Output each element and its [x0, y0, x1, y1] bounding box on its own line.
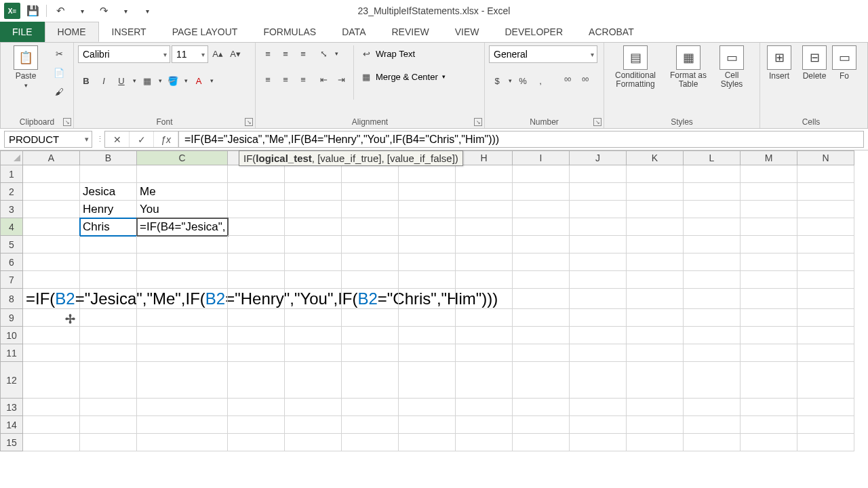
increase-decimal-icon[interactable]: ⁰⁰: [559, 73, 576, 89]
cell[interactable]: [570, 165, 627, 183]
cell[interactable]: [570, 309, 627, 327]
cell[interactable]: [797, 344, 854, 362]
decrease-font-icon[interactable]: A▾: [227, 45, 243, 62]
cell[interactable]: [228, 218, 285, 236]
cell[interactable]: [399, 434, 456, 451]
cell[interactable]: [399, 271, 456, 289]
align-bottom-icon[interactable]: ≡: [295, 45, 311, 62]
cancel-formula-button[interactable]: ✕: [105, 131, 130, 147]
cell[interactable]: [342, 434, 399, 451]
cell[interactable]: [684, 399, 741, 416]
cell[interactable]: [80, 271, 137, 289]
align-middle-icon[interactable]: ≡: [277, 45, 294, 62]
tab-developer[interactable]: DEVELOPER: [492, 22, 576, 42]
cell[interactable]: [570, 434, 627, 451]
cell[interactable]: [513, 236, 570, 253]
cell[interactable]: [228, 362, 285, 399]
cell-C3[interactable]: You: [137, 201, 228, 218]
cell[interactable]: [741, 165, 797, 183]
percent-button[interactable]: %: [515, 73, 531, 89]
cell[interactable]: [684, 309, 741, 327]
number-format-select[interactable]: General: [489, 45, 597, 63]
cell[interactable]: [570, 236, 627, 253]
cell[interactable]: [797, 289, 854, 309]
cell[interactable]: [399, 253, 456, 271]
cell[interactable]: [342, 289, 399, 309]
cell[interactable]: [741, 344, 797, 362]
cell[interactable]: [137, 165, 228, 183]
cell[interactable]: [456, 309, 513, 327]
cell[interactable]: [741, 399, 797, 416]
cell[interactable]: [342, 201, 399, 218]
cell-styles-button[interactable]: ▭ Cell Styles: [714, 45, 749, 89]
cell[interactable]: [456, 218, 513, 236]
cell-B4[interactable]: Chris: [80, 218, 137, 236]
cell[interactable]: [627, 201, 684, 218]
cell[interactable]: [684, 165, 741, 183]
col-header-A[interactable]: A: [23, 150, 80, 165]
font-size-select[interactable]: 11: [172, 45, 208, 63]
row-header-7[interactable]: 7: [0, 271, 23, 289]
dialog-launcher-icon[interactable]: ↘: [63, 118, 71, 126]
cell[interactable]: [797, 165, 854, 183]
cell[interactable]: [228, 416, 285, 434]
cell[interactable]: [342, 165, 399, 183]
cell[interactable]: [399, 218, 456, 236]
cell[interactable]: [285, 218, 342, 236]
dialog-launcher-icon[interactable]: ↘: [474, 118, 482, 126]
row-header-11[interactable]: 11: [0, 344, 23, 362]
cell[interactable]: [570, 327, 627, 344]
qat-customize-icon[interactable]: ▾: [138, 1, 157, 20]
col-header-H[interactable]: H: [456, 150, 513, 165]
cell[interactable]: [570, 362, 627, 399]
cell[interactable]: [684, 344, 741, 362]
cell[interactable]: [23, 236, 80, 253]
cell[interactable]: [80, 344, 137, 362]
undo-dropdown-icon[interactable]: ▾: [73, 1, 92, 20]
dialog-launcher-icon[interactable]: ↘: [245, 118, 253, 126]
cell[interactable]: [228, 399, 285, 416]
cell[interactable]: [684, 236, 741, 253]
tab-page-layout[interactable]: PAGE LAYOUT: [159, 22, 251, 42]
cell[interactable]: [570, 183, 627, 201]
cell[interactable]: [513, 344, 570, 362]
currency-menu-icon[interactable]: ▾: [507, 73, 513, 89]
cell[interactable]: [797, 416, 854, 434]
cell[interactable]: [137, 271, 228, 289]
cell[interactable]: [137, 344, 228, 362]
cell[interactable]: [513, 253, 570, 271]
cell[interactable]: [228, 165, 285, 183]
cell[interactable]: [627, 362, 684, 399]
cell[interactable]: [80, 416, 137, 434]
tab-insert[interactable]: INSERT: [99, 22, 159, 42]
cell-C2[interactable]: Me: [137, 183, 228, 201]
cell[interactable]: [399, 201, 456, 218]
cell[interactable]: [137, 434, 228, 451]
cell[interactable]: [228, 253, 285, 271]
cell[interactable]: [399, 165, 456, 183]
cell[interactable]: [228, 236, 285, 253]
cell[interactable]: [80, 253, 137, 271]
cell[interactable]: [797, 183, 854, 201]
cell[interactable]: [741, 434, 797, 451]
cell[interactable]: [570, 253, 627, 271]
cell[interactable]: [399, 236, 456, 253]
cell[interactable]: [285, 309, 342, 327]
cell[interactable]: [23, 165, 80, 183]
cell[interactable]: [741, 327, 797, 344]
cell[interactable]: [627, 309, 684, 327]
cell[interactable]: [228, 271, 285, 289]
cell[interactable]: [399, 362, 456, 399]
cell-A8[interactable]: =IF(B2="Jesica","Me",IF(B2="Henry","You"…: [23, 289, 80, 309]
cell[interactable]: [285, 271, 342, 289]
cell[interactable]: [342, 362, 399, 399]
undo-icon[interactable]: ↶: [51, 1, 70, 20]
cell[interactable]: [570, 218, 627, 236]
row-header-6[interactable]: 6: [0, 253, 23, 271]
cell[interactable]: [80, 327, 137, 344]
cell[interactable]: [797, 271, 854, 289]
cell[interactable]: [741, 201, 797, 218]
name-box[interactable]: PRODUCT: [4, 131, 92, 148]
cell[interactable]: [456, 236, 513, 253]
accept-formula-button[interactable]: ✓: [130, 131, 154, 147]
